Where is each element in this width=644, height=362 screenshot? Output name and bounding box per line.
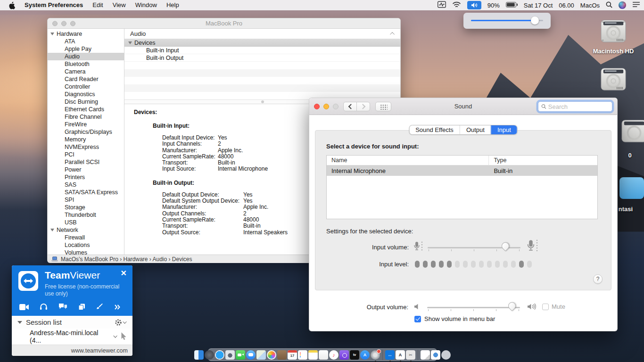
sidebar-item[interactable]: Graphics/Displays xyxy=(48,128,124,136)
wifi-icon[interactable] xyxy=(452,1,461,9)
sidebar-item[interactable]: Fibre Channel xyxy=(48,113,124,121)
whiteboard-button[interactable] xyxy=(96,304,103,312)
sidebar-item[interactable]: USB xyxy=(48,219,124,226)
dock-icon[interactable] xyxy=(371,350,380,360)
search-input[interactable] xyxy=(548,103,609,110)
sidebar-item[interactable]: Locations xyxy=(48,241,124,249)
audio-call-button[interactable] xyxy=(40,304,48,312)
dock-icon[interactable] xyxy=(339,350,349,360)
show-all-button[interactable] xyxy=(375,102,391,111)
zoom-button[interactable] xyxy=(333,104,339,109)
disclosure-triangle-icon[interactable] xyxy=(17,321,22,324)
sidebar-item[interactable]: PCI xyxy=(48,151,124,158)
menu-item[interactable]: View xyxy=(108,1,131,8)
device-row[interactable]: Built-in Output xyxy=(124,54,400,62)
dock-icon[interactable] xyxy=(256,350,266,360)
menu-item[interactable]: System Preferences xyxy=(20,1,88,8)
minimize-button[interactable] xyxy=(323,104,329,109)
battery-icon[interactable] xyxy=(506,2,518,9)
sidebar-group-network[interactable]: Network xyxy=(48,226,124,234)
dock-icon[interactable] xyxy=(225,350,235,360)
dock-icon[interactable]: A xyxy=(396,350,405,360)
collapse-chevron-icon[interactable] xyxy=(390,32,395,37)
dock-icon[interactable]: tv xyxy=(350,350,359,360)
close-button[interactable] xyxy=(52,21,58,26)
table-row[interactable]: Internal Microphone Built-in xyxy=(327,165,597,176)
dock-icon[interactable] xyxy=(441,350,451,360)
help-button[interactable]: ? xyxy=(593,274,603,284)
session-list-item[interactable]: Andress-Mac-mini.local (4... xyxy=(12,329,132,345)
sidebar-item[interactable]: Bluetooth xyxy=(48,60,124,68)
sysinfo-titlebar[interactable]: MacBook Pro xyxy=(48,18,400,29)
sidebar-item[interactable]: Volumes xyxy=(48,249,124,255)
close-icon[interactable]: ✕ xyxy=(121,270,127,277)
teamviewer-status-icon[interactable] xyxy=(438,1,446,9)
dock-icon[interactable] xyxy=(382,350,383,360)
dock-icon[interactable] xyxy=(319,350,328,360)
zoom-button[interactable] xyxy=(70,21,75,26)
dock-icon[interactable] xyxy=(308,350,318,360)
blue-volume-icon[interactable] xyxy=(619,177,644,199)
session-list-header[interactable]: Session list xyxy=(12,316,132,329)
column-header-type[interactable]: Type xyxy=(489,157,597,164)
volume-menu-icon[interactable] xyxy=(467,1,481,9)
dock-icon[interactable] xyxy=(277,350,287,360)
sidebar-item[interactable]: Firewall xyxy=(48,234,124,241)
menu-item[interactable]: Help xyxy=(162,1,184,8)
audio-section-header[interactable]: Audio xyxy=(124,29,400,39)
sidebar-item[interactable]: Power xyxy=(48,166,124,173)
splitter-handle-icon[interactable] xyxy=(261,100,264,103)
disk3-label-fragment[interactable]: 0 xyxy=(620,152,639,159)
sidebar-group-hardware[interactable]: Hardware xyxy=(48,30,124,38)
dock-icon[interactable] xyxy=(194,350,204,360)
dock-icon[interactable] xyxy=(215,350,224,360)
menu-item[interactable]: Edit xyxy=(88,1,107,8)
notification-center-icon[interactable] xyxy=(632,1,640,9)
file-transfer-button[interactable] xyxy=(78,304,85,312)
forward-button[interactable] xyxy=(356,102,370,111)
battery-percent[interactable]: 90% xyxy=(487,2,500,9)
tab[interactable]: Input xyxy=(491,125,517,134)
close-button[interactable] xyxy=(314,104,320,109)
sidebar-item[interactable]: Disc Burning xyxy=(48,98,124,106)
dock-icon[interactable]: ✂ xyxy=(406,350,415,360)
dock-icon[interactable]: A xyxy=(360,350,370,360)
output-volume-slider[interactable] xyxy=(427,307,520,308)
column-header-name[interactable]: Name xyxy=(327,156,489,165)
spotlight-icon[interactable] xyxy=(606,1,612,9)
disclosure-triangle-icon[interactable] xyxy=(128,41,132,44)
dock-icon[interactable] xyxy=(298,350,307,360)
chat-button[interactable] xyxy=(58,304,67,312)
menu-item[interactable]: Window xyxy=(131,1,162,8)
sidebar-item[interactable]: Apple Pay xyxy=(48,45,124,53)
search-field[interactable] xyxy=(538,101,612,112)
dock-icon[interactable] xyxy=(246,350,256,360)
dock-icon[interactable] xyxy=(418,350,418,360)
gear-icon[interactable] xyxy=(115,319,122,326)
show-volume-checkbox[interactable] xyxy=(414,316,421,322)
sidebar-item[interactable]: Camera xyxy=(48,68,124,75)
volume-popup-knob[interactable] xyxy=(531,16,539,25)
back-button[interactable] xyxy=(343,102,357,111)
disk2-icon[interactable] xyxy=(599,67,628,94)
tab[interactable]: Sound Effects xyxy=(409,125,460,134)
sidebar-item[interactable]: Controller xyxy=(48,83,124,90)
sidebar-item[interactable]: Card Reader xyxy=(48,75,124,83)
dock-icon[interactable] xyxy=(236,350,245,360)
chevron-down-icon[interactable] xyxy=(113,334,117,337)
dock-icon[interactable]: ♪ xyxy=(329,350,339,360)
macintosh-hd-label[interactable]: Macintosh HD xyxy=(585,48,642,55)
sidebar-item[interactable]: SATA/SATA Express xyxy=(48,189,124,196)
disclosure-triangle-icon[interactable] xyxy=(50,33,54,35)
dock-icon[interactable] xyxy=(205,350,214,360)
menu-date[interactable]: Sat 17 Oct xyxy=(524,2,553,9)
sidebar-item[interactable]: SAS xyxy=(48,181,124,189)
siri-icon[interactable] xyxy=(619,1,626,9)
more-actions-button[interactable] xyxy=(114,304,120,311)
chevron-down-icon[interactable] xyxy=(123,320,126,323)
video-call-button[interactable] xyxy=(19,304,29,312)
dock-icon[interactable]: 17 xyxy=(288,350,297,360)
sidebar-item[interactable]: Memory xyxy=(48,136,124,143)
dock-icon[interactable] xyxy=(431,350,440,360)
sidebar-item[interactable]: NVMExpress xyxy=(48,143,124,151)
